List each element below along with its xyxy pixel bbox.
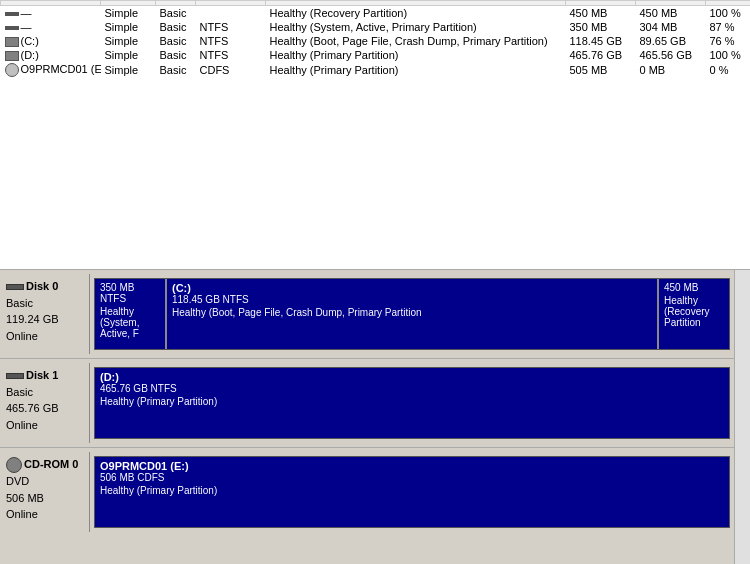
cell-layout: Simple [101,20,156,34]
cell-fs: NTFS [196,34,266,48]
cell-pct: 76 % [706,34,751,48]
cell-free: 89.65 GB [636,34,706,48]
cell-fs: NTFS [196,20,266,34]
drive-icon [5,51,19,61]
table-row[interactable]: —SimpleBasicHealthy (Recovery Partition)… [1,6,751,21]
cell-capacity: 350 MB [566,20,636,34]
cell-capacity: 450 MB [566,6,636,21]
partition-size: 350 MB NTFS [100,282,160,304]
partition-size: 506 MB CDFS [100,472,724,483]
disk-label: CD-ROM 0DVD506 MBOnline [0,452,90,532]
cell-layout: Simple [101,6,156,21]
cell-free: 0 MB [636,62,706,78]
disk-partitions: O9PRMCD01 (E:)506 MB CDFSHealthy (Primar… [94,456,730,528]
partition-status: Healthy (Primary Partition) [100,485,724,496]
table-row[interactable]: O9PRMCD01 (E:)SimpleBasicCDFSHealthy (Pr… [1,62,751,78]
disk-partitions: 350 MB NTFSHealthy (System, Active, F(C:… [94,278,730,350]
table-row[interactable]: —SimpleBasicNTFSHealthy (System, Active,… [1,20,751,34]
partition-size: 450 MB [664,282,724,293]
cell-status: Healthy (Recovery Partition) [266,6,566,21]
cell-volume: (D:) [1,48,101,62]
cell-status: Healthy (Primary Partition) [266,62,566,78]
disk-table: —SimpleBasicHealthy (Recovery Partition)… [0,0,750,78]
disk-list-panel[interactable]: —SimpleBasicHealthy (Recovery Partition)… [0,0,750,270]
partition[interactable]: (C:)118.45 GB NTFSHealthy (Boot, Page Fi… [167,279,659,349]
disk-row: CD-ROM 0DVD506 MBOnlineO9PRMCD01 (E:)506… [0,452,734,532]
partition-name: (C:) [172,282,652,294]
cell-volume: — [1,20,101,34]
disk-label-icon [6,284,24,290]
cell-free: 450 MB [636,6,706,21]
table-row[interactable]: (C:)SimpleBasicNTFSHealthy (Boot, Page F… [1,34,751,48]
cell-pct: 100 % [706,48,751,62]
cell-volume: — [1,6,101,21]
table-row[interactable]: (D:)SimpleBasicNTFSHealthy (Primary Part… [1,48,751,62]
cell-capacity: 118.45 GB [566,34,636,48]
cell-status: Healthy (Primary Partition) [266,48,566,62]
cell-type: Basic [156,48,196,62]
disk-row: Disk 1Basic465.76 GBOnline(D:)465.76 GB … [0,363,734,443]
drive-icon [5,37,19,47]
cell-type: Basic [156,6,196,21]
disk-separator [0,447,734,448]
partition-status: Healthy (Boot, Page File, Crash Dump, Pr… [172,307,652,318]
cell-type: Basic [156,62,196,78]
cell-fs: NTFS [196,48,266,62]
cell-pct: 87 % [706,20,751,34]
cell-layout: Simple [101,48,156,62]
cell-status: Healthy (Boot, Page File, Crash Dump, Pr… [266,34,566,48]
disk-label: Disk 0Basic119.24 GBOnline [0,274,90,354]
partition-name: (D:) [100,371,724,383]
cdrom-label-icon [6,457,22,473]
partition-size: 118.45 GB NTFS [172,294,652,305]
drive-icon [5,26,19,30]
cell-type: Basic [156,20,196,34]
disk-separator [0,358,734,359]
cell-volume: O9PRMCD01 (E:) [1,62,101,78]
cell-layout: Simple [101,34,156,48]
disk-label-icon [6,373,24,379]
cell-fs: CDFS [196,62,266,78]
partition[interactable]: O9PRMCD01 (E:)506 MB CDFSHealthy (Primar… [95,457,729,527]
cell-status: Healthy (System, Active, Primary Partiti… [266,20,566,34]
cell-fs [196,6,266,21]
partition[interactable]: 450 MBHealthy (Recovery Partition [659,279,729,349]
scrollbar[interactable] [734,270,750,564]
cell-pct: 100 % [706,6,751,21]
cell-layout: Simple [101,62,156,78]
partition[interactable]: (D:)465.76 GB NTFSHealthy (Primary Parti… [95,368,729,438]
drive-icon [5,12,19,16]
cell-volume: (C:) [1,34,101,48]
cell-type: Basic [156,34,196,48]
disk-partitions: (D:)465.76 GB NTFSHealthy (Primary Parti… [94,367,730,439]
cell-free: 465.56 GB [636,48,706,62]
cell-free: 304 MB [636,20,706,34]
partition-size: 465.76 GB NTFS [100,383,724,394]
cell-capacity: 505 MB [566,62,636,78]
partition-status: Healthy (System, Active, F [100,306,160,339]
partition-name: O9PRMCD01 (E:) [100,460,724,472]
disk-map-panel: Disk 0Basic119.24 GBOnline350 MB NTFSHea… [0,270,750,564]
cell-pct: 0 % [706,62,751,78]
partition-status: Healthy (Primary Partition) [100,396,724,407]
cell-capacity: 465.76 GB [566,48,636,62]
partition[interactable]: 350 MB NTFSHealthy (System, Active, F [95,279,167,349]
disk-label: Disk 1Basic465.76 GBOnline [0,363,90,443]
disk-row: Disk 0Basic119.24 GBOnline350 MB NTFSHea… [0,274,734,354]
partition-status: Healthy (Recovery Partition [664,295,724,328]
cdrom-icon [5,63,19,77]
